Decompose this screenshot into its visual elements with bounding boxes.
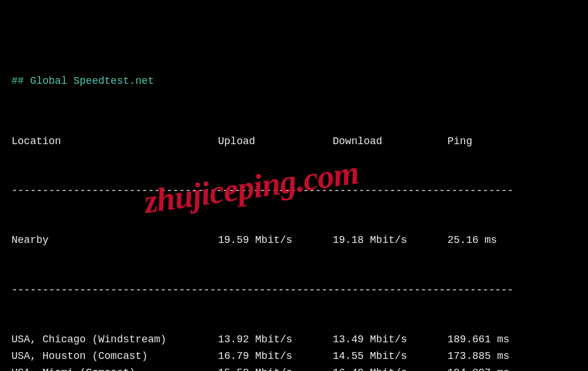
nearby-upload: 19.59 Mbit/s <box>218 232 333 249</box>
nearby-row: Nearby19.59 Mbit/s19.18 Mbit/s25.16 ms <box>11 232 577 249</box>
header-location: Location <box>11 133 218 150</box>
header-ping: Ping <box>447 133 528 150</box>
cell-download: 13.49 Mbit/s <box>333 331 447 348</box>
table-header: LocationUploadDownloadPing <box>11 133 577 150</box>
cell-upload: 13.92 Mbit/s <box>218 331 333 348</box>
cell-upload: 15.58 Mbit/s <box>218 365 333 371</box>
header-upload: Upload <box>218 133 333 150</box>
cell-upload: 16.79 Mbit/s <box>218 348 333 365</box>
cell-download: 14.55 Mbit/s <box>333 348 447 365</box>
terminal-title: ## Global Speedtest.net <box>11 73 577 90</box>
nearby-ping: 25.16 ms <box>447 232 528 249</box>
cell-ping: 194.897 ms <box>447 365 528 371</box>
cell-location: USA, Miami (Comcast) <box>11 365 218 371</box>
table-body: USA, Chicago (Windstream)13.92 Mbit/s13.… <box>11 331 577 371</box>
nearby-location: Nearby <box>11 232 218 249</box>
cell-location: USA, Chicago (Windstream) <box>11 331 218 348</box>
nearby-download: 19.18 Mbit/s <box>333 232 447 249</box>
divider-mid: ----------------------------------------… <box>11 282 577 299</box>
divider-top: ----------------------------------------… <box>11 183 577 199</box>
table-row: USA, Chicago (Windstream)13.92 Mbit/s13.… <box>11 331 577 348</box>
header-download: Download <box>333 133 447 150</box>
table-row: USA, Miami (Comcast)15.58 Mbit/s16.49 Mb… <box>11 365 577 371</box>
cell-ping: 173.885 ms <box>447 348 528 365</box>
cell-location: USA, Houston (Comcast) <box>11 348 218 365</box>
table-row: USA, Houston (Comcast)16.79 Mbit/s14.55 … <box>11 348 577 365</box>
cell-ping: 189.661 ms <box>447 331 528 348</box>
cell-download: 16.49 Mbit/s <box>333 365 447 371</box>
